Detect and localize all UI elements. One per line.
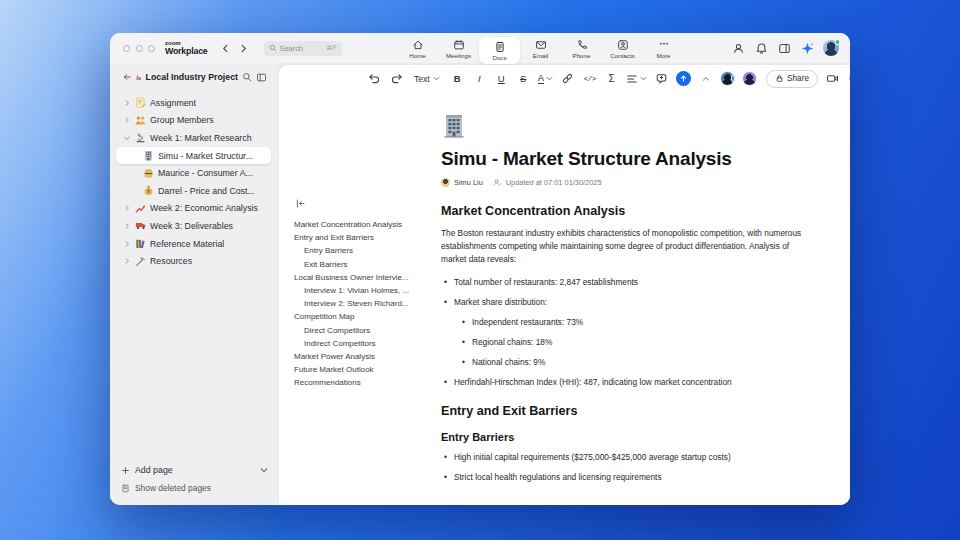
sidebar-item-assignment[interactable]: Assignment (116, 94, 271, 112)
back-button[interactable] (219, 41, 233, 55)
bold-button[interactable]: B (450, 70, 465, 87)
comment-button[interactable] (654, 70, 669, 87)
sidebar-item-simu-doc[interactable]: Simu - Market Structur... (116, 147, 271, 165)
sidebar-back-button[interactable] (122, 71, 132, 84)
bullet-item[interactable]: Strict local health regulations and lice… (441, 472, 803, 483)
section-paragraph[interactable]: The Boston restaurant industry exhibits … (441, 227, 803, 266)
sidebar-collapse-button[interactable] (256, 71, 267, 84)
outline-item[interactable]: Direct Competitors (294, 324, 432, 337)
sidebar-item-week2[interactable]: Week 2: Economic Analysis (116, 200, 271, 218)
undo-button[interactable] (367, 70, 382, 87)
side-panel-button[interactable] (777, 41, 791, 55)
ai-assistant-button[interactable] (676, 71, 691, 86)
tab-meetings[interactable]: Meetings (438, 33, 479, 63)
section-heading[interactable]: Entry and Exit Barriers (441, 404, 803, 418)
alignment-dropdown[interactable] (626, 70, 647, 87)
collaborator-avatar[interactable] (742, 71, 757, 86)
sidebar-item-maurice-doc[interactable]: Maurice - Consumer A... (116, 164, 271, 182)
share-button[interactable]: Share (766, 70, 818, 88)
chevron-right-icon (123, 117, 131, 123)
tab-phone[interactable]: Phone (561, 33, 602, 63)
bullet-item[interactable]: Regional chains: 18% (441, 337, 803, 348)
text-color-dropdown[interactable]: A (538, 70, 553, 87)
microscope-icon (135, 132, 146, 143)
section-heading[interactable]: Market Concentration Analysis (441, 204, 803, 218)
outline-item[interactable]: Interview 2: Steven Richard... (294, 297, 432, 310)
bullet-item[interactable]: Market share distribution: (441, 297, 803, 308)
collapse-toolbar-button[interactable] (698, 70, 713, 87)
add-page-button[interactable]: Add page (121, 462, 268, 478)
add-page-options-button[interactable] (260, 466, 268, 474)
outline-item[interactable]: Entry and Exit Barriers (294, 231, 432, 244)
document-area: Text B I U S A </> Σ (277, 63, 850, 505)
global-search-input[interactable]: Search ⌘F (264, 41, 342, 56)
home-icon (412, 39, 424, 51)
equation-button[interactable]: Σ (604, 70, 619, 87)
chat-button[interactable] (847, 70, 850, 87)
forward-button[interactable] (237, 41, 251, 55)
strikethrough-button[interactable]: S (516, 70, 531, 87)
zoom-window-button[interactable] (148, 45, 155, 52)
calendar-icon (453, 39, 465, 51)
user-avatar[interactable] (823, 40, 839, 56)
subsection-heading[interactable]: Entry Barriers (441, 431, 803, 443)
bullet-item[interactable]: Independent restaurants: 73% (441, 317, 803, 328)
start-video-button[interactable] (825, 70, 840, 87)
outline-item[interactable]: Market Power Analysis (294, 350, 432, 363)
chat-bubble-icon (848, 72, 850, 85)
sidebar-item-group-members[interactable]: Group Members (116, 112, 271, 130)
sidebar-item-label: Maurice - Consumer A... (158, 168, 253, 178)
notifications-button[interactable] (754, 41, 768, 55)
sidebar-item-week1[interactable]: Week 1: Market Research (116, 129, 271, 147)
burger-icon (143, 168, 154, 179)
code-block-button[interactable]: </> (582, 70, 597, 87)
memo-icon (135, 97, 146, 108)
outline-item[interactable]: Future Market Outlook (294, 363, 432, 376)
tab-home[interactable]: Home (397, 33, 438, 63)
chevron-down-icon (260, 466, 268, 474)
sidebar-item-darrel-doc[interactable]: Darrel - Price and Cost... (116, 182, 271, 200)
bullet-item[interactable]: Total number of restaurants: 2,847 estab… (441, 277, 803, 288)
email-icon (535, 39, 547, 51)
outline-item[interactable]: Exit Barriers (294, 258, 432, 271)
bell-icon (755, 42, 768, 55)
sidebar-item-label: Reference Material (150, 239, 224, 249)
books-icon (135, 238, 146, 249)
sidebar-item-resources[interactable]: Resources (116, 252, 271, 270)
minimize-window-button[interactable] (136, 45, 143, 52)
outline-item[interactable]: Entry Barriers (294, 244, 432, 257)
tab-docs[interactable]: Docs (479, 37, 520, 64)
arrow-up-icon (679, 74, 688, 83)
collaborator-avatars (720, 71, 757, 86)
close-window-button[interactable] (123, 45, 130, 52)
tab-email[interactable]: Email (520, 33, 561, 63)
ai-companion-button[interactable] (800, 41, 814, 55)
sidebar-item-reference-material[interactable]: Reference Material (116, 235, 271, 253)
outline-item[interactable]: Interview 1: Vivian Holmes, ... (294, 284, 432, 297)
show-deleted-pages-button[interactable]: Show deleted pages (121, 480, 268, 496)
outline-item[interactable]: Local Business Owner Intervie... (294, 271, 432, 284)
tab-contacts[interactable]: Contacts (602, 33, 643, 63)
bullet-item[interactable]: National chains: 9% (441, 357, 803, 368)
factory-icon (136, 72, 142, 83)
sidebar-search-button[interactable] (242, 71, 252, 84)
outline-item[interactable]: Indirect Competitors (294, 337, 432, 350)
outline-item[interactable]: Competition Map (294, 310, 432, 323)
redo-button[interactable] (389, 70, 404, 87)
bullet-item[interactable]: High initial capital requirements ($275,… (441, 452, 803, 463)
outline-item[interactable]: Market Concentration Analysis (294, 218, 432, 231)
sidebar-item-week3[interactable]: Week 3: Deliverables (116, 217, 271, 235)
comment-icon (655, 72, 668, 85)
text-style-dropdown[interactable]: Text (411, 70, 443, 87)
insert-link-button[interactable] (560, 70, 575, 87)
italic-button[interactable]: I (472, 70, 487, 87)
collapse-outline-button[interactable] (295, 198, 307, 210)
profile-status-button[interactable] (731, 41, 745, 55)
bullet-item[interactable]: Herfindahl-Hirschman Index (HHI): 487, i… (441, 377, 803, 388)
sidebar-item-label: Darrel - Price and Cost... (158, 186, 255, 196)
underline-button[interactable]: U (494, 70, 509, 87)
outline-item[interactable]: Recommendations (294, 376, 432, 389)
office-building-icon (143, 150, 154, 161)
document-title[interactable]: Simu - Market Structure Analysis (441, 148, 803, 170)
tab-more[interactable]: More (643, 33, 684, 63)
